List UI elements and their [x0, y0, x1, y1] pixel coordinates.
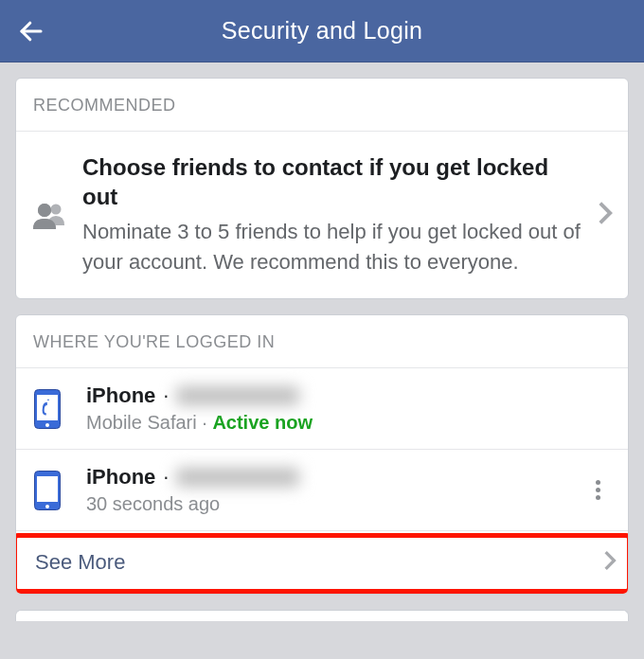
- overflow-menu-button[interactable]: [584, 477, 611, 503]
- arrow-left-icon: [17, 17, 45, 45]
- svg-point-3: [38, 204, 51, 217]
- svg-point-6: [45, 423, 49, 427]
- trusted-contacts-title: Choose friends to contact if you get loc…: [82, 152, 586, 211]
- trusted-contacts-text: Choose friends to contact if you get loc…: [82, 152, 598, 277]
- see-more-row[interactable]: See More: [16, 531, 628, 594]
- separator: ·: [197, 412, 213, 433]
- session-browser: Mobile Safari: [86, 412, 197, 433]
- content: RECOMMENDED Choose friends to contact if…: [0, 62, 644, 621]
- session-text: iPhone · 30 seconds ago: [86, 465, 584, 515]
- chevron-right-icon: [598, 201, 613, 229]
- next-card-peek: [15, 610, 629, 621]
- session-status: Active now: [212, 412, 313, 433]
- svg-point-2: [51, 205, 62, 215]
- navbar: Security and Login: [0, 0, 644, 62]
- svg-point-9: [45, 505, 49, 508]
- redacted-location: [176, 468, 299, 487]
- phone-icon: [33, 388, 86, 430]
- recommended-card: RECOMMENDED Choose friends to contact if…: [15, 78, 629, 299]
- svg-rect-8: [37, 476, 58, 502]
- phone-icon: [33, 470, 86, 511]
- session-row[interactable]: iPhone · Mobile Safari · Active now: [16, 368, 628, 450]
- session-device: iPhone: [86, 383, 155, 408]
- separator: ·: [163, 383, 169, 408]
- page-title: Security and Login: [0, 17, 644, 45]
- friends-icon: [31, 199, 82, 231]
- svg-rect-5: [37, 395, 58, 420]
- logged-in-card: WHERE YOU'RE LOGGED IN iPhone · Mobile S…: [15, 314, 629, 595]
- redacted-location: [176, 386, 299, 405]
- chevron-right-icon: [603, 550, 617, 575]
- trusted-contacts-subtitle: Nominate 3 to 5 friends to help if you g…: [82, 217, 586, 277]
- session-text: iPhone · Mobile Safari · Active now: [86, 383, 611, 434]
- session-timestamp: 30 seconds ago: [86, 493, 220, 514]
- session-device: iPhone: [86, 465, 155, 490]
- back-button[interactable]: [17, 17, 45, 45]
- session-row[interactable]: iPhone · 30 seconds ago: [16, 450, 628, 531]
- logged-in-header: WHERE YOU'RE LOGGED IN: [16, 315, 628, 368]
- see-more-label: See More: [35, 550, 125, 575]
- dots-vertical-icon: [596, 477, 600, 503]
- trusted-contacts-row[interactable]: Choose friends to contact if you get loc…: [16, 132, 628, 298]
- separator: ·: [163, 465, 169, 490]
- recommended-header: RECOMMENDED: [16, 79, 628, 132]
